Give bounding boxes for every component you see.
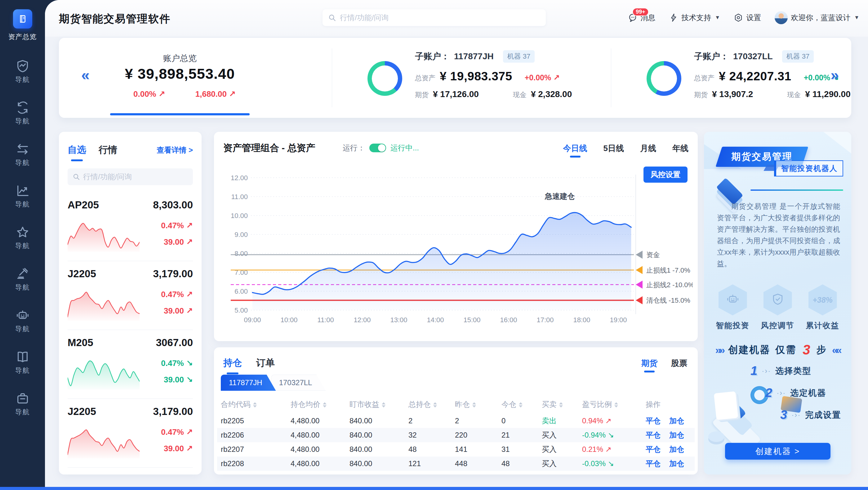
sort-icon[interactable] — [614, 402, 618, 407]
sidebar-item-8[interactable]: 导航 — [0, 350, 45, 375]
tab-orders[interactable]: 订单 — [256, 357, 275, 369]
watchlist-item[interactable]: AP2058,303.000.47% ↗39.00 ↗ — [68, 192, 193, 261]
svg-text:15:00: 15:00 — [463, 316, 480, 324]
asset-donut — [368, 61, 402, 96]
sidebar-item-4[interactable]: 导航 — [0, 184, 45, 209]
promo-panel: 期货交易管理 智能投资机器人 期货交易管理 是一个开放式智能资管平台，为广大投资… — [704, 132, 851, 474]
table-row[interactable]: rb22074,480.00840.004814131买入0.21% ↗平仓加仓 — [217, 442, 695, 457]
sidebar-item-6[interactable]: 导航 — [0, 267, 45, 292]
promo-feature: 风控调节 — [757, 284, 798, 331]
up-arrow-icon: ↗ — [158, 89, 165, 99]
close-position-link[interactable]: 平仓 — [646, 431, 660, 439]
watchlist-item[interactable]: J22053,179.000.47% ↗39.00 ↗ — [68, 261, 193, 330]
add-position-link[interactable]: 加仓 — [669, 445, 684, 453]
column-header[interactable]: 总持仓 — [405, 397, 451, 414]
carousel-next-icon[interactable]: » — [831, 68, 839, 83]
chart-tab-1[interactable]: 今日线 — [563, 143, 587, 154]
chart-tab-4[interactable]: 年线 — [672, 143, 688, 154]
cell-side: 卖出 — [538, 414, 578, 428]
watchlist-item[interactable]: M2053067.000.47% ↘39.00 ↘ — [68, 330, 193, 399]
cell-avg-price: 4,480.00 — [287, 428, 346, 442]
chevron-down-icon: ▼ — [854, 14, 859, 21]
settings-button[interactable]: 设置 — [734, 13, 761, 23]
sort-icon[interactable] — [559, 402, 563, 407]
tab-futures[interactable]: 期货 — [641, 358, 657, 369]
global-search[interactable] — [322, 9, 546, 26]
divider — [750, 189, 843, 191]
overview-change-value: 1,680.00 ↗ — [195, 89, 236, 99]
sidebar-item-7[interactable]: 导航 — [0, 308, 45, 334]
asset-amount: ¥ 24,2207.31 — [719, 69, 792, 83]
tab-watchlist[interactable]: 自选 — [68, 144, 86, 156]
close-position-link[interactable]: 平仓 — [646, 445, 660, 453]
add-position-link[interactable]: 加仓 — [669, 417, 684, 425]
watchlist-item[interactable]: RB22054,480.000.47% ↗39.00 ↗ — [68, 468, 193, 474]
svg-text:16:00: 16:00 — [500, 316, 517, 324]
divider — [611, 49, 611, 107]
user-menu[interactable]: 欢迎你，蓝蓝设计 ▼ — [775, 11, 859, 24]
sort-icon[interactable] — [323, 402, 327, 407]
sort-icon[interactable] — [253, 402, 257, 407]
column-header[interactable]: 盯市收益 — [346, 397, 405, 414]
cell-avg-price: 4,480.00 — [287, 457, 346, 471]
global-search-input[interactable] — [340, 13, 540, 22]
account-tab-170327LL[interactable]: 170327LL — [271, 375, 326, 391]
svg-text:10:00: 10:00 — [280, 316, 298, 324]
risk-settings-button[interactable]: 风控设置 — [644, 166, 687, 183]
sidebar-item-label: 导航 — [0, 200, 45, 209]
tab-quotes[interactable]: 行情 — [99, 144, 117, 156]
column-header[interactable]: 今仓 — [498, 397, 538, 414]
add-position-link[interactable]: 加仓 — [669, 459, 684, 468]
column-header[interactable]: 持仓均价 — [287, 397, 346, 414]
column-header[interactable]: 买卖 — [538, 397, 578, 414]
table-row[interactable]: rb22084,480.00840.0012144848买入-0.03% ↘平仓… — [217, 457, 695, 471]
chart-title: 资产管理组合 - 总资产 — [223, 142, 315, 154]
add-position-link[interactable]: 加仓 — [669, 431, 684, 439]
watchlist-search[interactable] — [68, 169, 193, 185]
contract-change-value: 39.00 ↗ — [164, 237, 193, 247]
account-tab-117877JH[interactable]: 117877JH — [221, 375, 276, 391]
cell-ratio: 0.94% ↗ — [578, 414, 642, 428]
sidebar-item-2[interactable]: 导航 — [0, 100, 45, 126]
chart-tab-2[interactable]: 5日线 — [603, 143, 624, 154]
table-row[interactable]: rb22064,480.00840.003222021买入-0.94% ↘平仓加… — [217, 428, 695, 442]
close-position-link[interactable]: 平仓 — [646, 459, 660, 468]
sort-icon[interactable] — [519, 402, 523, 407]
svg-text:18:00: 18:00 — [573, 316, 590, 324]
cell-avg-price: 4,480.00 — [287, 414, 346, 428]
svg-text:6.00: 6.00 — [235, 287, 248, 295]
subaccount-label: 子账户： — [694, 51, 729, 62]
watchlist-search-input[interactable] — [83, 173, 188, 181]
messages-button[interactable]: 99+ 消息 — [628, 13, 655, 23]
close-position-link[interactable]: 平仓 — [646, 417, 660, 425]
sort-icon[interactable] — [433, 402, 437, 407]
robot-icon — [16, 308, 30, 323]
create-robot-button[interactable]: 创建机器 > — [725, 443, 831, 460]
asset-label: 总资产 — [694, 73, 714, 83]
column-header[interactable]: 盈亏比例 — [578, 397, 642, 414]
sidebar-item-3[interactable]: 导航 — [0, 142, 45, 167]
tab-positions[interactable]: 持仓 — [223, 357, 242, 369]
app-logo-icon[interactable] — [13, 9, 32, 29]
column-header[interactable]: 昨仓 — [451, 397, 498, 414]
tab-stocks[interactable]: 股票 — [671, 358, 687, 369]
chart-tab-3[interactable]: 月线 — [640, 143, 656, 154]
sidebar-item-1[interactable]: 导航 — [0, 59, 45, 84]
cell-yesterday: 2 — [451, 414, 498, 428]
subaccount-card: 子账户：117877JH机器 37总资产¥ 19,983.375+0.00% ↗… — [338, 38, 605, 118]
table-row[interactable]: rb22054,480.00840.00220卖出0.94% ↗平仓加仓 — [217, 414, 695, 428]
sidebar-item-5[interactable]: 导航 — [0, 225, 45, 251]
carousel-prev-icon[interactable]: « — [81, 68, 90, 83]
view-details-link[interactable]: 查看详情 > — [157, 145, 193, 155]
promo-feature: 智能投资 — [713, 284, 753, 331]
column-header[interactable]: 合约代码 — [217, 397, 287, 414]
support-menu[interactable]: 技术支持 ▼ — [669, 13, 720, 23]
sort-icon[interactable] — [382, 402, 385, 407]
sidebar-item-9[interactable]: 导航 — [0, 391, 45, 417]
sort-icon[interactable] — [472, 402, 476, 407]
chevron-down-icon: ▼ — [715, 14, 720, 21]
cell-ratio: 0.21% ↗ — [578, 442, 642, 457]
watchlist-item[interactable]: J22053,179.000.47% ↗39.00 ↗ — [68, 399, 193, 468]
promo-step-1: 1·›·选择类型 — [750, 364, 851, 378]
run-toggle[interactable] — [369, 144, 386, 152]
